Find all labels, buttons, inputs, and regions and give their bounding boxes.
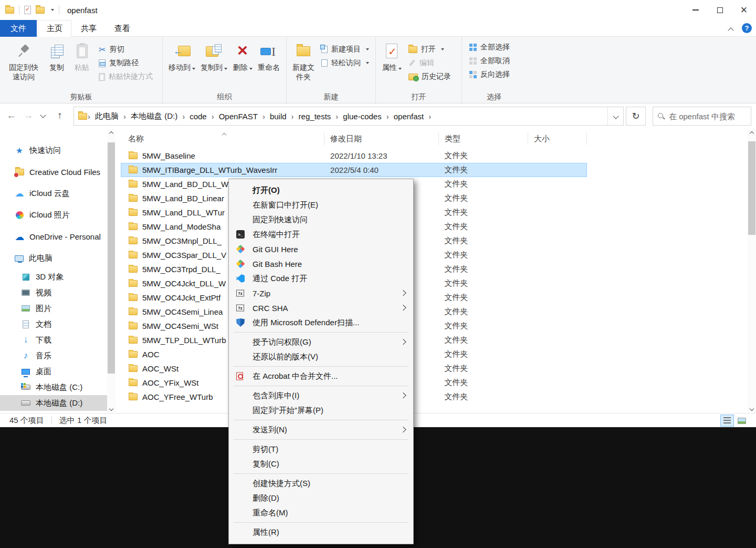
context-menu-item-pin-quick-access[interactable]: 固定到快速访问 xyxy=(229,212,413,227)
history-button[interactable]: 历史记录 xyxy=(406,70,453,84)
sidebar-item-this-pc[interactable]: 此电脑 xyxy=(0,247,107,269)
sidebar-item-desktop[interactable]: 桌面 xyxy=(0,364,107,379)
easy-access-button[interactable]: 轻松访问 xyxy=(319,56,371,70)
breadcrumb-segment[interactable]: code xyxy=(186,112,210,121)
breadcrumb-chevron-icon[interactable] xyxy=(428,112,432,121)
sidebar-item-creative-cloud[interactable]: Creative Cloud Files xyxy=(0,161,107,183)
context-menu-item-open-with-code[interactable]: 通过 Code 打开 xyxy=(229,271,413,286)
context-menu-item-pin-to-start[interactable]: 固定到“开始”屏幕(P) xyxy=(229,403,413,418)
breadcrumb-chevron-icon[interactable] xyxy=(87,112,91,121)
details-view-button[interactable] xyxy=(720,415,734,427)
breadcrumb-segment[interactable]: openfast xyxy=(391,112,427,121)
copy-to-button[interactable]: 复制到 xyxy=(198,39,230,74)
thumbnail-view-button[interactable] xyxy=(735,415,749,427)
column-header-name[interactable]: 名称 xyxy=(128,132,324,145)
sidebar-item-onedrive[interactable]: OneDrive - Personal xyxy=(0,226,107,247)
context-menu-item-cut[interactable]: 剪切(T) xyxy=(229,442,413,457)
context-menu-item-include-in-library[interactable]: 包含到库中(I) xyxy=(229,388,413,403)
select-none-button[interactable]: 全部取消 xyxy=(467,54,512,68)
breadcrumb-segment[interactable]: 此电脑 xyxy=(92,111,122,121)
breadcrumb-chevron-icon[interactable] xyxy=(123,112,127,121)
sidebar-item-drive-c[interactable]: 本地磁盘 (C:) xyxy=(0,379,107,395)
tab-share[interactable]: 共享 xyxy=(72,20,105,37)
new-folder-quick-icon[interactable] xyxy=(36,7,45,14)
copy-button[interactable]: 复制 xyxy=(44,39,69,74)
collapse-ribbon-button[interactable] xyxy=(729,25,736,30)
refresh-button[interactable] xyxy=(626,107,646,126)
breadcrumb-segment[interactable]: glue-codes xyxy=(340,112,384,121)
sidebar-item-quick-access[interactable]: 快速访问 xyxy=(0,140,107,161)
context-menu-item-create-shortcut[interactable]: 创建快捷方式(S) xyxy=(229,476,413,491)
sidebar-item-icloud-photos[interactable]: iCloud 照片 xyxy=(0,204,107,226)
address-dropdown-button[interactable] xyxy=(607,107,623,125)
minimize-button[interactable] xyxy=(684,0,708,20)
cut-button[interactable]: 剪切 xyxy=(97,43,155,56)
context-menu-item-grant-access[interactable]: 授予访问权限(G) xyxy=(229,335,413,349)
new-folder-button[interactable]: 新建文件夹 xyxy=(290,39,317,83)
breadcrumb-segment[interactable]: build xyxy=(267,112,290,121)
maximize-button[interactable] xyxy=(708,0,732,20)
context-menu-item-defender-scan[interactable]: 使用 Microsoft Defender扫描... xyxy=(229,315,413,330)
search-input[interactable] xyxy=(669,112,747,121)
context-menu-item-acrobat-combine[interactable]: 在 Acrobat 中合并文件... xyxy=(229,369,413,384)
context-menu-item-rename[interactable]: 重命名(M) xyxy=(229,505,413,520)
column-header-size[interactable]: 大小 xyxy=(528,132,587,145)
sidebar-item-music[interactable]: 音乐 xyxy=(0,348,107,364)
breadcrumb-chevron-icon[interactable] xyxy=(182,112,185,121)
scroll-up-button[interactable] xyxy=(748,129,756,138)
sidebar-item-downloads[interactable]: 下载 xyxy=(0,332,107,348)
column-header-type[interactable]: 类型 xyxy=(439,132,528,145)
context-menu-item-open-in-terminal[interactable]: 在终端中打开 xyxy=(229,227,413,242)
table-row[interactable]: 5MW_Baseline 2022/1/10 13:23 文件夹 xyxy=(121,149,587,163)
new-item-button[interactable]: 新建项目 xyxy=(319,43,371,56)
search-box[interactable] xyxy=(653,107,751,126)
context-menu-item-send-to[interactable]: 发送到(N) xyxy=(229,422,413,437)
column-header-date[interactable]: 修改日期 xyxy=(324,132,439,145)
help-button[interactable] xyxy=(742,23,752,33)
scrollbar-thumb[interactable] xyxy=(748,141,755,235)
breadcrumb[interactable]: 此电脑 本地磁盘 (D:) code OpenFAST build reg_te… xyxy=(74,107,624,126)
rename-button[interactable]: 重命名 xyxy=(255,39,282,74)
breadcrumb-segment[interactable]: 本地磁盘 (D:) xyxy=(128,111,181,121)
context-menu-item-properties[interactable]: 属性(R) xyxy=(229,525,413,540)
context-menu-item-delete[interactable]: 删除(D) xyxy=(229,491,413,505)
properties-quick-icon[interactable] xyxy=(24,6,31,14)
breadcrumb-chevron-icon[interactable] xyxy=(386,112,390,121)
tab-file[interactable]: 文件 xyxy=(0,20,37,37)
breadcrumb-chevron-icon[interactable] xyxy=(262,112,266,121)
file-list-scrollbar[interactable] xyxy=(748,129,756,413)
sidebar-item-documents[interactable]: 文档 xyxy=(0,316,107,332)
sidebar-item-drive-d[interactable]: 本地磁盘 (D:) xyxy=(0,395,107,411)
pin-to-quick-access-button[interactable]: 固定到快速访问 xyxy=(3,39,44,83)
context-menu-item-restore-versions[interactable]: 还原以前的版本(V) xyxy=(229,349,413,364)
scrollbar-thumb[interactable] xyxy=(108,142,115,374)
context-menu-item-open-new-window[interactable]: 在新窗口中打开(E) xyxy=(229,198,413,212)
context-menu-item-7zip[interactable]: 7-Zip xyxy=(229,286,413,301)
move-to-button[interactable]: 移动到 xyxy=(166,39,198,74)
open-button[interactable]: 打开 xyxy=(406,43,453,56)
properties-button[interactable]: 属性 xyxy=(379,39,404,74)
breadcrumb-segment[interactable]: OpenFAST xyxy=(216,112,261,121)
scroll-up-button[interactable] xyxy=(107,129,116,138)
context-menu-item-copy[interactable]: 复制(C) xyxy=(229,457,413,471)
context-menu-item-git-gui[interactable]: Git GUI Here xyxy=(229,242,413,256)
tab-home[interactable]: 主页 xyxy=(38,20,71,37)
breadcrumb-chevron-icon[interactable] xyxy=(291,112,295,121)
back-button[interactable] xyxy=(4,108,19,123)
context-menu-item-git-bash[interactable]: Git Bash Here xyxy=(229,256,413,271)
sidebar-item-videos[interactable]: 视频 xyxy=(0,285,107,301)
sidebar-scrollbar[interactable] xyxy=(107,129,116,413)
table-row[interactable]: 5MW_ITIBarge_DLL_WTurb_WavesIrr 2022/5/4… xyxy=(121,163,587,177)
sidebar-item-3d-objects[interactable]: 3D 对象 xyxy=(0,269,107,285)
close-button[interactable] xyxy=(732,0,756,20)
select-all-button[interactable]: 全部选择 xyxy=(467,40,512,54)
context-menu-item-open[interactable]: 打开(O) xyxy=(229,183,413,198)
breadcrumb-chevron-icon[interactable] xyxy=(211,112,215,121)
breadcrumb-chevron-icon[interactable] xyxy=(335,112,339,121)
up-button[interactable] xyxy=(52,108,67,123)
invert-selection-button[interactable]: 反向选择 xyxy=(467,68,512,81)
copy-path-button[interactable]: 复制路径 xyxy=(97,56,155,70)
scroll-down-button[interactable] xyxy=(748,404,756,413)
context-menu-item-crc-sha[interactable]: CRC SHA xyxy=(229,301,413,315)
scroll-down-button[interactable] xyxy=(107,404,116,413)
